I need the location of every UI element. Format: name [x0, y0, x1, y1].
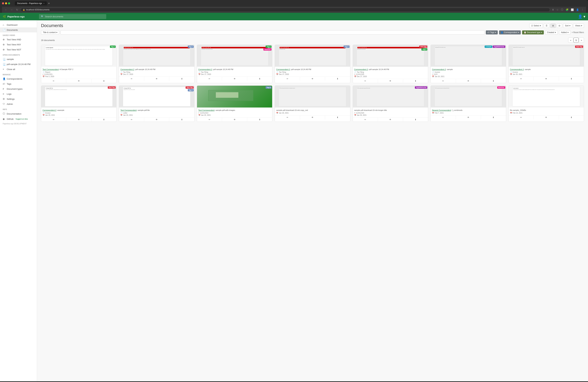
download-button[interactable]: ⬇ — [481, 115, 506, 120]
preview-button[interactable]: 👁 — [222, 77, 247, 81]
preview-button[interactable]: 👁 — [66, 118, 91, 122]
document-card[interactable]: Lorem Ipsum Lorem ipsum dolor sit amet c… — [41, 45, 117, 83]
grid-view-button[interactable]: ⊞ — [550, 23, 556, 28]
sort-button[interactable]: Sort ▾ — [563, 23, 572, 28]
preview-button[interactable]: 👁 — [300, 77, 325, 81]
sidebar-item-pdf-sample[interactable]: 📃 pdf-sample 10.24.48 PM — [0, 62, 37, 67]
correspondent-filter-button[interactable]: 👤 Correspondent ▾ — [499, 30, 521, 34]
preview-button[interactable]: 👁 — [456, 79, 481, 83]
document-card[interactable]: PDF content preview text here for sample… — [275, 85, 350, 122]
share-icon[interactable]: ⬆ — [551, 8, 555, 12]
document-card[interactable]: Lorem ipsum Lorem ipsum dolor sit amet c… — [508, 85, 584, 122]
reload-button[interactable]: ↻ — [15, 8, 19, 11]
tab-close-icon[interactable]: × — [43, 2, 44, 4]
sidebar-item-view1[interactable]: ⊕ Test View AND — [0, 37, 37, 42]
edit-button[interactable]: ✏ — [119, 77, 144, 81]
close-button[interactable] — [2, 2, 4, 4]
correspondent-link[interactable]: Correspondent 2 — [276, 68, 290, 70]
correspondent-link[interactable]: Newest Correspondent — [432, 109, 451, 111]
title-content-filter[interactable]: Title & content ▾ — [41, 30, 59, 35]
download-button[interactable]: ⬇ — [325, 77, 350, 81]
download-button[interactable]: ⬇ — [169, 118, 194, 122]
next-page-button[interactable]: » — [579, 38, 584, 43]
browser-tab-active[interactable]: Documents - Paperless-ngx × — [15, 1, 47, 5]
current-page-button[interactable]: 1 — [573, 38, 579, 43]
document-card[interactable]: A Simple PDF File This is a simple PDF f… — [41, 85, 117, 122]
download-button[interactable]: ⬇ — [559, 115, 584, 120]
new-tab-button[interactable]: + — [48, 2, 50, 5]
document-card[interactable]: A Simple PDF File sample content A Simpl… — [430, 45, 506, 83]
edit-button[interactable]: ✏ — [353, 118, 378, 122]
document-card[interactable]: Adobe Acrobat PDF File pdf-sample conten… — [275, 45, 350, 83]
preview-button[interactable]: 👁 — [378, 118, 403, 122]
filter-text-input[interactable] — [61, 30, 484, 35]
edit-button[interactable]: ✏ — [509, 77, 534, 81]
correspondent-link[interactable]: Test Correspondent — [120, 109, 136, 111]
maximize-button[interactable] — [8, 2, 10, 4]
download-button[interactable]: ⬇ — [559, 77, 584, 81]
sidebar-item-docs[interactable]: ⓘ Documentation — [0, 111, 37, 116]
bookmark-icon[interactable]: ☆ — [556, 8, 559, 12]
download-button[interactable]: ⬇ — [481, 79, 506, 83]
download-button[interactable]: ⬇ — [325, 115, 350, 120]
edit-button[interactable]: ✏ — [197, 118, 222, 122]
preview-button[interactable]: 👁 — [378, 79, 403, 83]
preview-button[interactable]: 👁 — [144, 77, 169, 81]
correspondent-link[interactable]: Correspondent 2 — [510, 68, 524, 70]
sidebar-item-documents[interactable]: 📄 Documents — [0, 27, 37, 32]
back-button[interactable]: ← — [4, 8, 8, 11]
edit-button[interactable]: ✏ — [41, 79, 66, 83]
prev-page-button[interactable]: « — [568, 38, 573, 43]
edit-button[interactable]: ✏ — [353, 79, 378, 83]
preview-button[interactable]: 👁 — [534, 77, 559, 81]
sidebar-item-view3[interactable]: ⊕ Test View NOT — [0, 47, 37, 52]
document-card[interactable]: Tag 3 Test Correspondent: sample-pdf-wit… — [197, 85, 272, 122]
document-card[interactable]: A Simple PDF File sample content text Te… — [508, 45, 584, 83]
correspondent-link[interactable]: Test Correspondent — [42, 68, 59, 70]
select-button[interactable]: ☑ Select ▾ — [529, 23, 543, 28]
download-button[interactable]: ⬇ — [403, 118, 428, 122]
download-button[interactable]: ⬇ — [247, 77, 272, 81]
document-card[interactable]: Adobe Acrobat PDF File pdf-sample conten… — [197, 45, 272, 83]
edit-button[interactable]: ✏ — [275, 77, 300, 81]
added-filter-button[interactable]: Added ▾ — [559, 30, 570, 35]
search-bar[interactable]: 🔍 — [39, 14, 106, 19]
profile-icon[interactable]: 👤 — [575, 8, 580, 12]
sidebar-item-sample[interactable]: 📃 sample — [0, 57, 37, 62]
preview-button[interactable]: 👁 — [66, 79, 91, 83]
edit-button[interactable]: ✏ — [509, 115, 534, 120]
download-button[interactable]: ⬇ — [403, 79, 428, 83]
sidebar-item-document-types[interactable]: # Document types — [0, 86, 37, 91]
edit-button[interactable]: ✏ — [431, 115, 456, 120]
edit-button[interactable]: ✏ — [119, 118, 144, 122]
sidebar-item-admin[interactable]: 🛡 Admin — [0, 101, 37, 106]
preview-button[interactable]: 👁 — [534, 115, 559, 120]
edit-button[interactable]: ✏ — [197, 77, 222, 81]
document-card[interactable]: Adobe Acrobat PDF File pdf-sample conten… — [353, 45, 428, 83]
views-button[interactable]: Views ▾ — [573, 23, 584, 28]
preview-button[interactable]: 👁 — [144, 118, 169, 122]
correspondent-link[interactable]: Correspondent 2 — [432, 68, 446, 70]
search-input[interactable] — [45, 15, 104, 18]
correspondent-link[interactable]: Correspondent 2 — [120, 68, 134, 70]
minimize-button[interactable] — [5, 2, 7, 4]
correspondent-link[interactable]: Correspondent 2 — [354, 68, 368, 70]
reset-filters-button[interactable]: × Reset filters — [572, 31, 584, 34]
created-filter-button[interactable]: Created ▾ — [545, 30, 558, 35]
address-bar[interactable]: 🔒 localhost:4200/documents — [21, 8, 550, 12]
suggest-link[interactable]: Suggest an idea — [16, 118, 28, 120]
preview-button[interactable]: 👁 — [300, 115, 325, 120]
window-icon[interactable]: ⬜ — [570, 8, 574, 12]
correspondent-link[interactable]: Test Correspondent — [198, 109, 214, 111]
detail-view-button[interactable]: ⊟ — [557, 23, 562, 28]
correspondent-link[interactable]: Correspondent 2 — [198, 68, 212, 70]
sidebar-item-correspondents[interactable]: 👤 Correspondents — [0, 76, 37, 81]
edit-button[interactable]: ✏ — [431, 79, 456, 83]
info-icon[interactable]: ⓘ — [560, 8, 564, 12]
download-button[interactable]: ⬇ — [91, 79, 116, 83]
sidebar-item-logs[interactable]: ≡ Logs — [0, 91, 37, 96]
menu-icon[interactable]: ⋮ — [581, 8, 584, 12]
sidebar-item-dashboard[interactable]: ⌂ Dashboard — [0, 22, 37, 27]
sidebar-item-settings[interactable]: ⚙ Settings — [0, 96, 37, 101]
list-view-button[interactable]: ☰ — [544, 23, 549, 28]
